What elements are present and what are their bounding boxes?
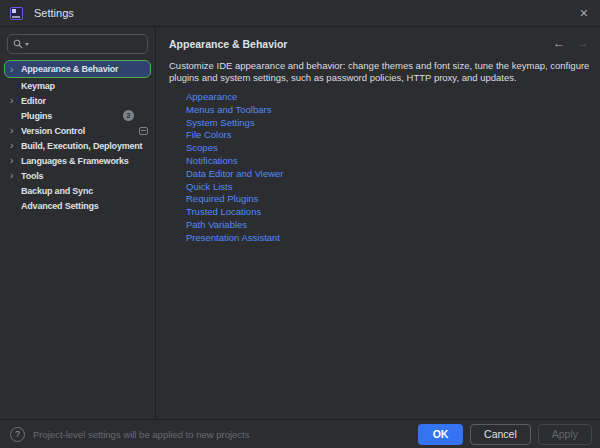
page-description: Customize IDE appearance and behavior: c… [169, 60, 590, 83]
tree-item-plugins[interactable]: Plugins 2 [4, 108, 151, 123]
tree-item-languages-frameworks[interactable]: › Languages & Frameworks [4, 153, 151, 168]
title-bar: Settings × [0, 0, 600, 27]
chevron-right-icon[interactable]: › [10, 170, 21, 181]
settings-sidebar: › Appearance & Behavior Keymap › Editor … [0, 27, 156, 419]
project-scope-icon [139, 127, 148, 135]
footer-hint: Project-level settings will be applied t… [33, 429, 411, 440]
tree-item-version-control[interactable]: › Version Control [4, 123, 151, 138]
dialog-body: › Appearance & Behavior Keymap › Editor … [0, 27, 600, 419]
chevron-right-icon[interactable]: › [10, 155, 21, 166]
tree-item-editor[interactable]: › Editor [4, 93, 151, 108]
link-system-settings[interactable]: System Settings [186, 117, 255, 130]
link-file-colors[interactable]: File Colors [186, 129, 231, 142]
ok-button[interactable]: OK [418, 424, 463, 445]
search-options-caret-icon[interactable] [25, 43, 29, 46]
page-title: Appearance & Behavior [169, 38, 590, 50]
tree-item-appearance-behavior[interactable]: › Appearance & Behavior [4, 60, 151, 78]
settings-dialog: Settings × › Appearance & Behavior [0, 0, 600, 448]
link-menus-and-toolbars[interactable]: Menus and Toolbars [186, 104, 271, 117]
app-window-icon [10, 7, 23, 20]
close-icon[interactable]: × [580, 6, 588, 20]
settings-tree: › Appearance & Behavior Keymap › Editor … [0, 60, 155, 213]
tree-item-label: Keymap [21, 81, 146, 91]
link-required-plugins[interactable]: Required Plugins [186, 193, 258, 206]
apply-button: Apply [538, 424, 592, 445]
tree-item-build-execution-deployment[interactable]: › Build, Execution, Deployment [4, 138, 151, 153]
chevron-right-icon[interactable]: › [10, 64, 21, 75]
plugins-update-badge: 2 [123, 110, 134, 121]
chevron-right-icon[interactable]: › [10, 95, 21, 106]
chevron-right-icon[interactable]: › [10, 140, 21, 151]
tree-item-label: Advanced Settings [21, 201, 146, 211]
link-quick-lists[interactable]: Quick Lists [186, 181, 232, 194]
tree-item-label: Editor [21, 96, 146, 106]
link-data-editor-and-viewer[interactable]: Data Editor and Viewer [186, 168, 284, 181]
search-icon [13, 39, 23, 49]
child-settings-links: Appearance Menus and Toolbars System Set… [186, 91, 590, 245]
cancel-button[interactable]: Cancel [470, 424, 531, 445]
link-scopes[interactable]: Scopes [186, 142, 218, 155]
link-appearance[interactable]: Appearance [186, 91, 237, 104]
tree-item-label: Appearance & Behavior [21, 64, 146, 74]
tree-item-advanced-settings[interactable]: Advanced Settings [4, 198, 151, 213]
tree-item-label: Plugins [21, 111, 123, 121]
tree-item-label: Tools [21, 171, 146, 181]
search-field[interactable] [7, 34, 148, 54]
back-arrow-icon[interactable]: ← [553, 36, 565, 50]
tree-item-label: Build, Execution, Deployment [21, 141, 146, 151]
link-presentation-assistant[interactable]: Presentation Assistant [186, 232, 280, 245]
search-input[interactable] [31, 39, 142, 50]
tree-item-keymap[interactable]: Keymap [4, 78, 151, 93]
tree-item-label: Backup and Sync [21, 186, 146, 196]
history-navigation: ← → [553, 36, 589, 50]
chevron-right-icon[interactable]: › [10, 125, 21, 136]
tree-item-label: Version Control [21, 126, 139, 136]
content-pane: Appearance & Behavior ← → Customize IDE … [156, 27, 600, 419]
help-icon[interactable]: ? [10, 427, 25, 442]
tree-item-tools[interactable]: › Tools [4, 168, 151, 183]
link-path-variables[interactable]: Path Variables [186, 219, 247, 232]
dialog-footer: ? Project-level settings will be applied… [0, 419, 600, 448]
tree-item-backup-and-sync[interactable]: Backup and Sync [4, 183, 151, 198]
window-title: Settings [34, 7, 74, 19]
forward-arrow-icon: → [577, 36, 589, 50]
tree-item-label: Languages & Frameworks [21, 156, 146, 166]
link-notifications[interactable]: Notifications [186, 155, 238, 168]
link-trusted-locations[interactable]: Trusted Locations [186, 206, 261, 219]
